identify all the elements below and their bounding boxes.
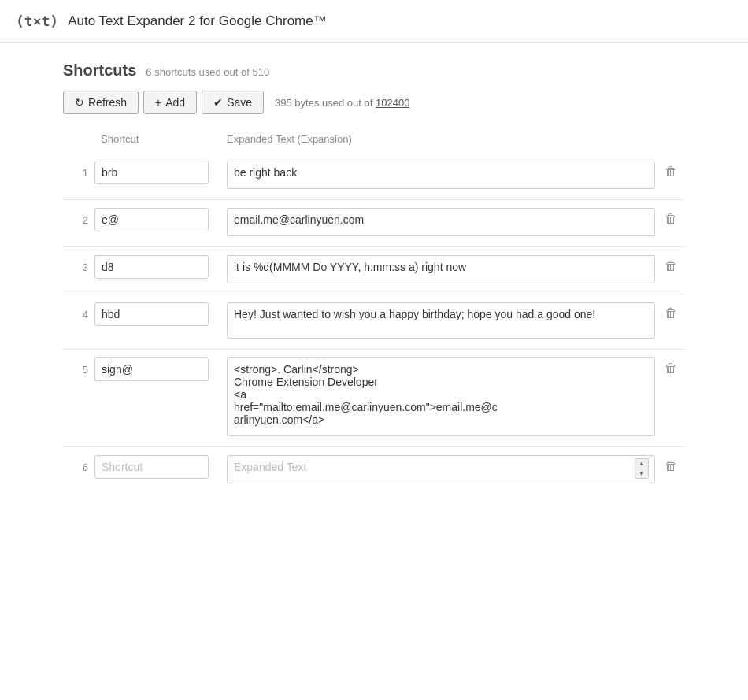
shortcut-input[interactable] bbox=[94, 455, 209, 479]
shortcut-input[interactable] bbox=[94, 357, 209, 381]
delete-cell: 🗑 bbox=[661, 455, 685, 477]
expansion-cell: <strong>. Carlin</strong> Chrome Extensi… bbox=[220, 357, 661, 439]
spinner-down-button[interactable]: ▼ bbox=[635, 469, 648, 478]
row-number: 4 bbox=[63, 302, 94, 320]
delete-cell: 🗑 bbox=[661, 208, 685, 230]
delete-button[interactable]: 🗑 bbox=[661, 255, 680, 277]
shortcuts-count: 6 shortcuts used out of 510 bbox=[146, 66, 269, 78]
delete-cell: 🗑 bbox=[661, 302, 685, 324]
table-row: 6 ▲ ▼ 🗑 bbox=[63, 447, 685, 494]
storage-limit-link[interactable]: 102400 bbox=[376, 97, 409, 109]
shortcut-input[interactable] bbox=[94, 302, 209, 326]
storage-info: 395 bytes used out of 102400 bbox=[275, 97, 409, 109]
add-label: Add bbox=[165, 96, 185, 109]
table-row: 1 be right back 🗑 bbox=[63, 153, 685, 200]
shortcut-input[interactable] bbox=[94, 255, 209, 279]
section-title: Shortcuts bbox=[63, 61, 136, 80]
refresh-icon: ↻ bbox=[75, 96, 84, 109]
expansion-cell: email.me@carlinyuen.com bbox=[220, 208, 661, 239]
expansion-input[interactable]: Hey! Just wanted to wish you a happy bir… bbox=[227, 302, 655, 339]
refresh-label: Refresh bbox=[88, 96, 127, 109]
delete-button[interactable]: 🗑 bbox=[661, 161, 680, 183]
shortcut-cell bbox=[94, 161, 220, 184]
delete-cell: 🗑 bbox=[661, 161, 685, 183]
shortcut-input[interactable] bbox=[94, 208, 209, 231]
expansion-input[interactable]: it is %d(MMMM Do YYYY, h:mm:ss a) right … bbox=[227, 255, 655, 283]
app-logo: (t×t) bbox=[16, 13, 58, 29]
delete-cell: 🗑 bbox=[661, 357, 685, 380]
add-button[interactable]: + Add bbox=[143, 91, 197, 114]
shortcut-cell bbox=[94, 255, 220, 279]
shortcut-cell bbox=[94, 302, 220, 326]
table-header: Shortcut Expanded Text (Expansion) bbox=[63, 130, 685, 153]
section-header: Shortcuts 6 shortcuts used out of 510 bbox=[63, 61, 685, 80]
expansion-cell: Hey! Just wanted to wish you a happy bir… bbox=[220, 302, 661, 341]
shortcuts-table: Shortcut Expanded Text (Expansion) 1 be … bbox=[63, 130, 685, 494]
table-row: 3 it is %d(MMMM Do YYYY, h:mm:ss a) righ… bbox=[63, 247, 685, 294]
shortcut-cell bbox=[94, 455, 220, 479]
shortcut-input[interactable] bbox=[94, 161, 209, 184]
save-label: Save bbox=[227, 96, 252, 109]
delete-button[interactable]: 🗑 bbox=[661, 302, 680, 324]
spinner-up-button[interactable]: ▲ bbox=[635, 459, 648, 469]
toolbar: ↻ Refresh + Add ✔ Save 395 bytes used ou… bbox=[63, 91, 685, 114]
storage-used: 395 bytes used out of bbox=[275, 97, 376, 109]
add-icon: + bbox=[155, 96, 161, 109]
refresh-button[interactable]: ↻ Refresh bbox=[63, 91, 139, 114]
expansion-input[interactable] bbox=[227, 455, 655, 483]
col-header-shortcut: Shortcut bbox=[94, 130, 220, 148]
delete-button[interactable]: 🗑 bbox=[661, 208, 680, 230]
row-number: 6 bbox=[63, 455, 94, 473]
delete-button[interactable]: 🗑 bbox=[661, 455, 680, 477]
shortcut-cell bbox=[94, 208, 220, 231]
delete-cell: 🗑 bbox=[661, 255, 685, 277]
save-icon: ✔ bbox=[213, 96, 223, 109]
expansion-input[interactable]: <strong>. Carlin</strong> Chrome Extensi… bbox=[227, 357, 655, 436]
app-title: Auto Text Expander 2 for Google Chrome™ bbox=[68, 13, 327, 29]
spinner-controls: ▲ ▼ bbox=[635, 458, 649, 479]
expansion-input[interactable]: email.me@carlinyuen.com bbox=[227, 208, 655, 236]
expansion-cell: it is %d(MMMM Do YYYY, h:mm:ss a) right … bbox=[220, 255, 661, 286]
expansion-input[interactable]: be right back bbox=[227, 161, 655, 189]
table-row: 4 Hey! Just wanted to wish you a happy b… bbox=[63, 294, 685, 350]
row-number: 3 bbox=[63, 255, 94, 273]
row-number: 2 bbox=[63, 208, 94, 226]
expansion-cell: ▲ ▼ bbox=[220, 455, 661, 486]
delete-button[interactable]: 🗑 bbox=[661, 357, 680, 380]
table-row: 2 email.me@carlinyuen.com 🗑 bbox=[63, 200, 685, 247]
save-button[interactable]: ✔ Save bbox=[202, 91, 264, 114]
main-content: Shortcuts 6 shortcuts used out of 510 ↻ … bbox=[0, 43, 748, 513]
app-header: (t×t) Auto Text Expander 2 for Google Ch… bbox=[0, 0, 748, 43]
row-number: 1 bbox=[63, 161, 94, 179]
col-header-expansion: Expanded Text (Expansion) bbox=[220, 130, 661, 148]
expansion-cell: be right back bbox=[220, 161, 661, 191]
table-row: 5 <strong>. Carlin</strong> Chrome Exten… bbox=[63, 350, 685, 447]
row-number: 5 bbox=[63, 357, 94, 376]
shortcut-cell bbox=[94, 357, 220, 381]
